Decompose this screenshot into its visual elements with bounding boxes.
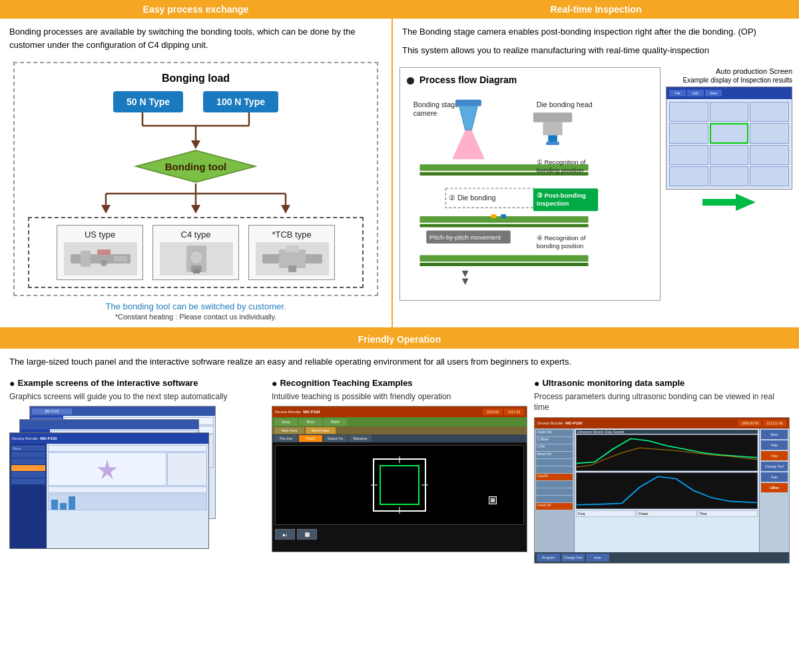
inspection-screenshot: File Edit View [666, 86, 792, 190]
svg-text:bonding position: bonding position [537, 242, 584, 250]
realtime-intro2: This system allows you to realize manufa… [393, 44, 799, 63]
svg-rect-26 [279, 250, 306, 268]
tool-c4-type: C4 type [152, 225, 239, 280]
svg-marker-33 [452, 130, 485, 160]
svg-rect-18 [97, 250, 111, 255]
teaching-btn1[interactable]: ▶| [275, 529, 295, 540]
svg-text:④ Recognition of: ④ Recognition of [537, 234, 586, 242]
col-recognition-teaching: ● Recognition Teaching Examples Intuitiv… [272, 378, 527, 564]
us-type-image [64, 242, 137, 275]
process-flow-title: Process flow Diagram [407, 75, 653, 85]
ss-front: Device Bonder MD-P100 Menu [9, 432, 209, 549]
process-flow-svg: Bonding stage camere Die bonding head [407, 92, 653, 291]
col-interactive-software: ● Example screens of the interactive sof… [9, 378, 265, 564]
process-flow-label: Process flow Diagram [419, 75, 517, 85]
green-arrow [666, 192, 792, 212]
col-ultrasonic: ● Ultrasonic monitoring data sample Proc… [534, 378, 790, 564]
process-flow-box: Process flow Diagram Bonding stage camer… [400, 67, 661, 301]
tcb-type-label: *TCB type [256, 230, 328, 240]
svg-text:inspection: inspection [537, 200, 569, 207]
svg-point-19 [101, 259, 107, 266]
teaching-bottom-buttons: ▶| ⬜ [272, 528, 527, 541]
svg-rect-51 [501, 214, 506, 218]
c4-type-image [160, 242, 233, 275]
svg-text:② Die bonding: ② Die bonding [449, 194, 495, 202]
load-50n: 50 N Type [113, 91, 183, 112]
svg-rect-17 [81, 251, 91, 267]
svg-text:Pitch-by-pitch movement: Pitch-by-pitch movement [429, 234, 501, 241]
realtime-intro1: The Bonding stage camera enables post-bo… [393, 19, 799, 44]
svg-marker-31 [459, 104, 478, 130]
friendly-section: Friendly Operation The large-sized touch… [0, 329, 799, 573]
left-panel: Easy process exchange Bonding processes … [0, 0, 393, 327]
svg-rect-20 [114, 256, 127, 261]
col3-subtitle: Process parameters during ultrasonic bon… [534, 391, 790, 414]
svg-rect-37 [548, 135, 557, 142]
example-display-label: Example display of Inspection results [666, 77, 792, 84]
top-row: Easy process exchange Bonding processes … [0, 0, 799, 329]
teaching-btn2[interactable]: ⬜ [297, 529, 317, 540]
col2-title-text: Recognition Teaching Examples [280, 378, 412, 388]
auto-btn[interactable]: Auto [586, 554, 609, 562]
svg-rect-50 [491, 214, 497, 218]
svg-marker-59 [462, 278, 469, 285]
us-type-label: US type [64, 230, 136, 240]
upper-connectors [21, 112, 370, 149]
col2-subtitle: Intuitive teaching is possible with frie… [272, 391, 527, 403]
col1-title: ● Example screens of the interactive sof… [9, 378, 265, 389]
svg-rect-49 [419, 224, 588, 228]
col3-title: ● Ultrasonic monitoring data sample [534, 378, 790, 389]
svg-text:camere: camere [413, 109, 437, 117]
program-btn[interactable]: Program [537, 554, 560, 562]
svg-rect-27 [286, 246, 299, 252]
three-columns: ● Example screens of the interactive sof… [0, 375, 799, 574]
svg-rect-32 [455, 100, 481, 106]
col3-bullet: ● [534, 378, 539, 389]
right-panel: Real-time Inspection The Bonding stage c… [393, 0, 799, 327]
auto-production-label: Auto production Screen [666, 67, 792, 75]
svg-text:③ Post-bonding: ③ Post-bonding [537, 192, 586, 199]
tool-tcb-type: *TCB type [248, 225, 335, 280]
load-boxes: 50 N Type 100 N Type [21, 91, 370, 112]
process-flow-area: Process flow Diagram Bonding stage camer… [400, 67, 792, 301]
svg-rect-56 [419, 255, 588, 261]
svg-text:① Recognition of: ① Recognition of [537, 158, 586, 166]
col2-screenshot: Device Bonder MD-P100 1234-00 1111-00 Se… [272, 406, 527, 552]
col2-title: ● Recognition Teaching Examples [272, 378, 527, 389]
realtime-inspection-header: Real-time Inspection [393, 0, 799, 19]
inspection-screenshot-area: Auto production Screen Example display o… [666, 67, 792, 301]
load-100n: 100 N Type [203, 91, 278, 112]
svg-marker-60 [702, 194, 756, 211]
friendly-intro: The large-sized touch panel and the inte… [0, 349, 799, 375]
svg-rect-36 [543, 122, 562, 135]
switchable-text: The bonding tool can be switched by cust… [7, 301, 385, 311]
svg-marker-15 [281, 205, 290, 214]
col1-title-text: Example screens of the interactive softw… [17, 378, 198, 388]
bonding-diagram: Bonging load 50 N Type 100 N Type [13, 62, 378, 296]
svg-rect-57 [419, 263, 588, 266]
tool-boxes-row: US type C4 type [28, 217, 364, 288]
col3-screenshot: Device Bonder MD-P100 1000-00-00 111111-… [534, 417, 790, 564]
process-flow-inner: Process flow Diagram Bonding stage camer… [400, 67, 792, 301]
svg-rect-28 [288, 265, 296, 272]
col1-subtitle: Graphics screens will guide you to the n… [9, 391, 265, 403]
svg-marker-12 [191, 205, 200, 214]
easy-process-intro: Bonding processes are available by switc… [0, 19, 392, 57]
c4-type-label: C4 type [160, 230, 232, 240]
col2-bullet: ● [272, 378, 277, 389]
tcb-type-image [256, 242, 329, 275]
svg-text:Bonding stage: Bonding stage [413, 100, 459, 108]
svg-point-23 [190, 251, 203, 264]
tool-us-type: US type [57, 225, 143, 280]
bonding-load-title: Bonging load [21, 73, 370, 84]
svg-rect-38 [546, 142, 559, 145]
svg-rect-35 [533, 112, 572, 122]
lower-connectors [21, 184, 370, 217]
upper-connector-svg [89, 112, 302, 149]
friendly-op-header: Friendly Operation [0, 330, 799, 349]
svg-text:bonding position: bonding position [537, 166, 584, 174]
svg-marker-10 [101, 205, 111, 214]
change-tool-btn[interactable]: Change Tool [561, 554, 585, 562]
svg-marker-58 [462, 271, 469, 277]
svg-rect-24 [193, 269, 200, 273]
